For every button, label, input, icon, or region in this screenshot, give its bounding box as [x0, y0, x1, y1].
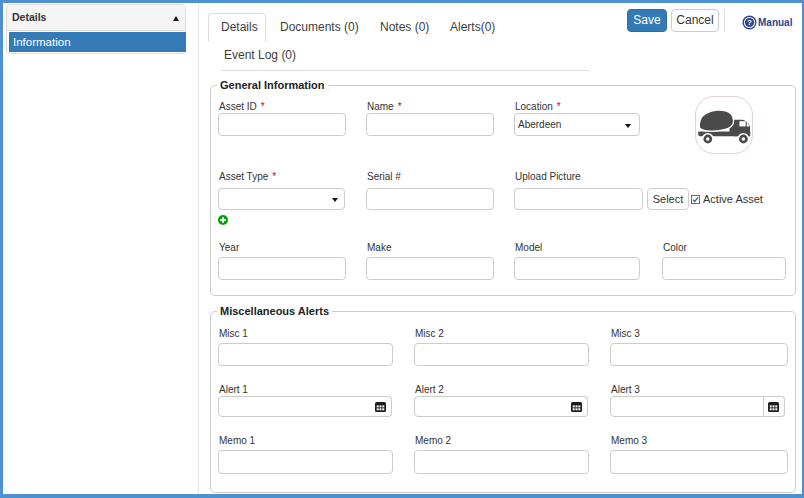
svg-text:?: ? [747, 18, 752, 27]
